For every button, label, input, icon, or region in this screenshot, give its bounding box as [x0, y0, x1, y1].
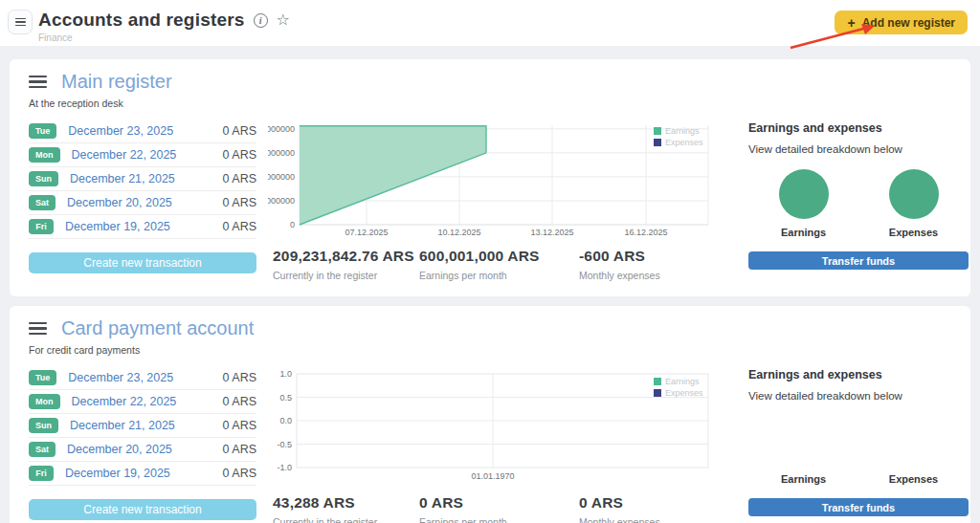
register-stats: 209,231,842.76 ARS Currently in the regi… — [268, 248, 725, 281]
day-row: Mon December 22, 2025 0 ARS — [29, 143, 256, 167]
day-row: Sun December 21, 2025 0 ARS — [29, 414, 256, 438]
day-badge: Sat — [29, 195, 56, 210]
register-menu-icon[interactable] — [29, 74, 47, 91]
svg-text:Expenses: Expenses — [665, 388, 703, 398]
panel-title: Earnings and expenses — [748, 368, 969, 381]
svg-text:0.0: 0.0 — [279, 416, 292, 425]
x-axis-ticks: 01.01.1970 — [471, 471, 514, 481]
registers-list: Main register At the reception desk Tue … — [0, 46, 980, 523]
day-row: Mon December 22, 2025 0 ARS — [29, 390, 256, 414]
day-badge: Mon — [29, 147, 60, 163]
stat-value: 43,288 ARS — [273, 494, 419, 512]
panel-title: Earnings and expenses — [748, 121, 969, 135]
stat-current: 209,231,842.76 ARS Currently in the regi… — [273, 248, 419, 281]
register-title: Card payment account — [61, 317, 254, 339]
register-card-card-payment: Card payment account For credit card pay… — [10, 306, 970, 523]
day-badge: Sun — [29, 171, 58, 186]
panel-subtitle: View detailed breakdown below — [748, 390, 969, 402]
y-axis-ticks: 1.0 0.5 0.0 -0.5 -1.0 — [277, 369, 292, 472]
stat-label: Earnings per month — [419, 270, 579, 281]
svg-text:400000000: 400000000 — [268, 172, 295, 182]
svg-text:-1.0: -1.0 — [277, 463, 292, 472]
stat-label: Monthly expenses — [579, 270, 725, 281]
panel-subtitle: View detailed breakdown below — [748, 143, 969, 155]
stat-value: 209,231,842.76 ARS — [273, 248, 419, 265]
day-row: Sat December 20, 2025 0 ARS — [29, 191, 256, 215]
stat-value: 600,001,000 ARS — [419, 248, 579, 265]
register-stats: 43,288 ARS Currently in the register 0 A… — [268, 494, 725, 523]
stat-expenses: 0 ARS Monthly expenses — [579, 494, 725, 523]
earnings-area-chart: 800000000 600000000 400000000 200000000 … — [268, 120, 725, 238]
stat-label: Monthly expenses — [579, 516, 725, 523]
svg-text:10.12.2025: 10.12.2025 — [437, 228, 480, 237]
register-description: For credit card payments — [29, 344, 957, 356]
day-amount: 0 ARS — [223, 124, 256, 138]
date-link[interactable]: December 20, 2025 — [67, 443, 172, 456]
stat-label: Currently in the register — [273, 516, 419, 523]
plus-icon: + — [847, 15, 855, 31]
add-new-register-button[interactable]: + Add new register — [835, 11, 968, 34]
empty-area-chart: 1.0 0.5 0.0 -0.5 -1.0 01.01.1970 Earning… — [268, 366, 725, 485]
y-axis-ticks: 800000000 600000000 400000000 200000000 … — [268, 124, 295, 229]
svg-text:07.12.2025: 07.12.2025 — [345, 228, 388, 237]
day-badge: Fri — [29, 466, 54, 481]
create-transaction-button[interactable]: Create new transaction — [29, 252, 256, 273]
transfer-funds-button[interactable]: Transfer funds — [748, 251, 969, 270]
date-link[interactable]: December 19, 2025 — [65, 467, 170, 480]
day-amount: 0 ARS — [223, 148, 256, 162]
day-row: Fri December 19, 2025 0 ARS — [29, 462, 256, 486]
day-row: Fri December 19, 2025 0 ARS — [29, 215, 256, 239]
day-badge: Sat — [29, 442, 56, 457]
svg-text:Expenses: Expenses — [665, 138, 703, 147]
chart-legend: Earnings Expenses — [654, 126, 703, 147]
date-link[interactable]: December 23, 2025 — [68, 371, 173, 384]
day-badge: Mon — [29, 394, 60, 409]
stat-earnings: 600,001,000 ARS Earnings per month — [419, 248, 579, 281]
register-menu-icon[interactable] — [29, 320, 47, 338]
date-link[interactable]: December 23, 2025 — [68, 124, 173, 138]
date-link[interactable]: December 22, 2025 — [72, 148, 177, 162]
star-icon[interactable]: ☆ — [277, 12, 290, 28]
create-transaction-button[interactable]: Create new transaction — [29, 499, 256, 520]
svg-text:0: 0 — [290, 220, 295, 229]
day-amount: 0 ARS — [223, 371, 256, 384]
svg-text:Earnings: Earnings — [665, 126, 700, 136]
day-row: Sun December 21, 2025 0 ARS — [29, 167, 256, 191]
day-row: Sat December 20, 2025 0 ARS — [29, 438, 256, 462]
date-link[interactable]: December 20, 2025 — [67, 196, 172, 209]
day-amount: 0 ARS — [223, 395, 256, 408]
svg-text:01.01.1970: 01.01.1970 — [471, 471, 514, 481]
register-title: Main register — [61, 71, 172, 93]
stat-label: Earnings per month — [419, 516, 579, 523]
transfer-funds-button[interactable]: Transfer funds — [748, 498, 969, 516]
date-link[interactable]: December 22, 2025 — [72, 395, 177, 408]
gridlines — [297, 374, 708, 468]
svg-text:Earnings: Earnings — [665, 377, 700, 386]
expenses-pie-chart — [889, 169, 939, 219]
earnings-pie-chart — [779, 169, 829, 219]
register-chart-area: 1.0 0.5 0.0 -0.5 -1.0 01.01.1970 Earning… — [268, 366, 725, 523]
info-icon[interactable]: i — [254, 13, 268, 28]
expenses-label: Expenses — [889, 473, 938, 485]
day-amount: 0 ARS — [223, 419, 256, 432]
chart-legend: Earnings Expenses — [654, 377, 703, 398]
svg-text:16.12.2025: 16.12.2025 — [624, 228, 667, 237]
svg-text:0.5: 0.5 — [279, 393, 292, 403]
date-link[interactable]: December 21, 2025 — [70, 419, 175, 432]
menu-icon[interactable] — [8, 10, 33, 34]
earnings-expenses-panel: Earnings and expenses View detailed brea… — [748, 366, 969, 523]
date-link[interactable]: December 19, 2025 — [65, 220, 170, 233]
day-list: Tue December 23, 2025 0 ARS Mon December… — [29, 366, 256, 523]
day-amount: 0 ARS — [223, 220, 256, 233]
earnings-area-fill — [300, 126, 486, 225]
x-axis-ticks: 07.12.2025 10.12.2025 13.12.2025 16.12.2… — [345, 228, 667, 237]
stat-value: 0 ARS — [579, 494, 725, 512]
day-badge: Tue — [29, 370, 56, 385]
svg-text:800000000: 800000000 — [268, 124, 295, 134]
day-row: Tue December 23, 2025 0 ARS — [29, 120, 256, 143]
page-title: Accounts and registers — [38, 10, 245, 31]
earnings-label: Earnings — [781, 473, 826, 485]
stat-value: 0 ARS — [419, 494, 579, 512]
register-chart-area: 800000000 600000000 400000000 200000000 … — [268, 120, 725, 281]
date-link[interactable]: December 21, 2025 — [70, 172, 175, 185]
